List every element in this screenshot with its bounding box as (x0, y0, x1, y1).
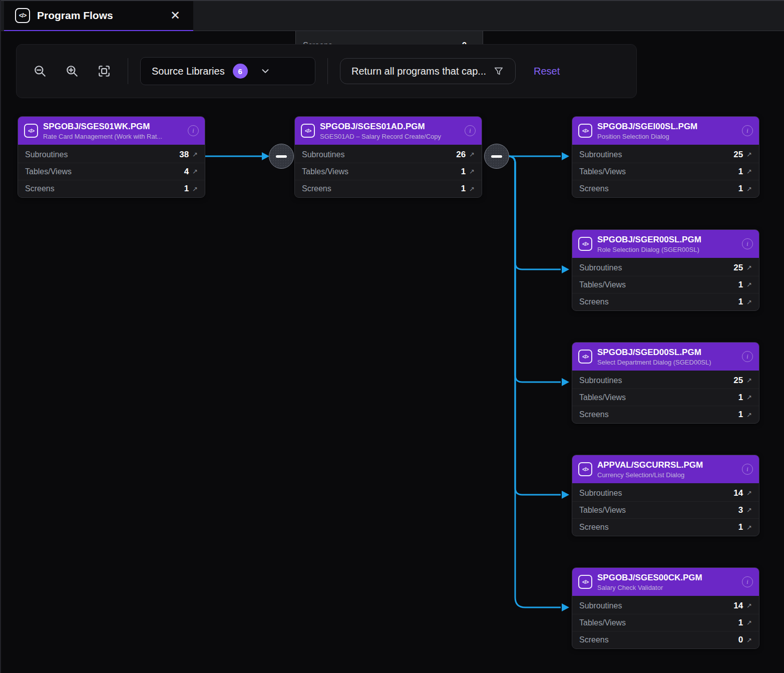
open-link-icon[interactable]: ↗ (746, 411, 752, 419)
info-icon[interactable]: i (742, 238, 753, 249)
node-subtitle: Rate Card Management (Work with Rat... (43, 133, 183, 140)
minus-icon (491, 155, 502, 158)
open-link-icon[interactable]: ↗ (192, 185, 198, 193)
reset-button[interactable]: Reset (534, 66, 560, 77)
tab-program-flows[interactable]: </> Program Flows ✕ (4, 1, 193, 31)
tab-bar: </> Program Flows ✕ (1, 0, 784, 31)
minus-icon (276, 155, 287, 158)
node-row: Tables/Views4↗ (18, 163, 205, 180)
edge-arrowhead (562, 378, 569, 386)
open-link-icon[interactable]: ↗ (192, 151, 198, 158)
info-icon[interactable]: i (742, 125, 753, 136)
open-link-icon[interactable]: ↗ (746, 394, 752, 401)
row-label: Subroutines (579, 376, 733, 385)
node-header[interactable]: </>SPGOBJ/SGER00SL.PGMRole Selection Dia… (572, 230, 759, 258)
node-titles: SPGOBJ/SGED00SL.PGMSelect Department Dia… (597, 348, 737, 366)
flow-toolbar: Source Libraries 6 Return all programs t… (16, 44, 637, 98)
info-icon[interactable]: i (465, 125, 476, 136)
node-body: Subroutines25↗Tables/Views1↗Screens1↗ (572, 145, 759, 197)
open-link-icon[interactable]: ↗ (746, 506, 752, 514)
row-label: Subroutines (579, 150, 733, 159)
row-value: 38 (179, 150, 189, 160)
code-icon: </> (578, 237, 592, 251)
row-label: Tables/Views (579, 393, 738, 402)
node-header[interactable]: </>SPGOBJ/SGED00SL.PGMSelect Department … (572, 343, 759, 371)
flow-node[interactable]: </>APPVAL/SGCURRSL.PGMCurrency Selection… (572, 455, 759, 536)
node-header[interactable]: </>APPVAL/SGCURRSL.PGMCurrency Selection… (572, 455, 759, 483)
code-icon: </> (578, 124, 592, 138)
row-value: 3 (738, 505, 743, 515)
row-label: Subroutines (25, 150, 179, 159)
row-value: 1 (738, 410, 743, 420)
row-label: Tables/Views (579, 506, 738, 515)
node-header[interactable]: </>SPGOBJ/SGES01AD.PGMSGES01AD – Salary … (295, 117, 482, 145)
node-body: Subroutines26↗Tables/Views1↗Screens1↗ (295, 145, 482, 197)
info-icon[interactable]: i (742, 576, 753, 587)
flow-node[interactable]: </>SPGOBJ/SGES00CK.PGMSalary Check Valid… (572, 567, 759, 649)
edge-arrowhead (562, 491, 569, 499)
flow-node[interactable]: </>SPGOBJ/SGED00SL.PGMSelect Department … (572, 342, 759, 424)
collapse-edge-button[interactable] (269, 144, 294, 169)
node-subtitle: Currency Selection/List Dialog (597, 471, 737, 479)
edge-arrowhead (262, 152, 269, 160)
node-header[interactable]: </>SPGOBJ/SGES00CK.PGMSalary Check Valid… (572, 568, 759, 596)
node-row: Screens1↗ (572, 180, 759, 197)
open-link-icon[interactable]: ↗ (746, 168, 752, 175)
node-titles: APPVAL/SGCURRSL.PGMCurrency Selection/Li… (597, 460, 737, 479)
row-label: Screens (579, 523, 738, 532)
open-link-icon[interactable]: ↗ (746, 185, 752, 193)
node-row: Subroutines25↗ (572, 259, 759, 276)
node-header[interactable]: </>SPGOBJ/SGES01WK.PGMRate Card Manageme… (18, 117, 205, 145)
source-libraries-select[interactable]: Source Libraries 6 (140, 57, 315, 85)
node-title: SPGOBJ/SGEI00SL.PGM (597, 122, 737, 132)
open-link-icon[interactable]: ↗ (746, 377, 752, 384)
open-link-icon[interactable]: ↗ (469, 168, 475, 175)
library-count-badge: 6 (233, 64, 248, 79)
open-link-icon[interactable]: ↗ (746, 524, 752, 531)
open-link-icon[interactable]: ↗ (746, 619, 752, 626)
open-link-icon[interactable]: ↗ (746, 602, 752, 609)
row-label: Subroutines (579, 601, 733, 610)
node-row: Tables/Views1↗ (572, 163, 759, 180)
flow-node[interactable]: </>SPGOBJ/SGEI00SL.PGMPosition Selection… (572, 116, 759, 198)
row-label: Subroutines (302, 150, 456, 159)
collapse-edge-button[interactable] (484, 144, 509, 169)
edge-line (498, 156, 561, 495)
flow-canvas[interactable]: Tables/Views 1 ↗ Screens 0 ↗ (1, 0, 784, 673)
flow-node[interactable]: </>SPGOBJ/SGES01AD.PGMSGES01AD – Salary … (294, 116, 482, 198)
row-value: 14 (733, 601, 743, 611)
info-icon[interactable]: i (188, 125, 199, 136)
row-label: Tables/Views (579, 167, 738, 176)
row-label: Tables/Views (579, 618, 738, 627)
open-link-icon[interactable]: ↗ (746, 298, 752, 306)
edge-line (498, 156, 561, 382)
node-subtitle: Salary Check Validator (597, 584, 737, 591)
flow-node[interactable]: </>SPGOBJ/SGER00SL.PGMRole Selection Dia… (572, 229, 759, 311)
open-link-icon[interactable]: ↗ (746, 151, 752, 158)
node-row: Subroutines14↗ (572, 597, 759, 614)
close-icon[interactable]: ✕ (168, 9, 182, 23)
open-link-icon[interactable]: ↗ (469, 151, 475, 158)
node-row: Tables/Views1↗ (572, 614, 759, 631)
edge-line (498, 156, 561, 269)
open-link-icon[interactable]: ↗ (746, 281, 752, 288)
fit-view-button[interactable] (93, 60, 116, 83)
info-icon[interactable]: i (742, 464, 753, 475)
row-label: Screens (579, 410, 738, 419)
row-value: 4 (184, 167, 189, 177)
zoom-out-button[interactable] (29, 60, 52, 83)
node-row: Tables/Views1↗ (295, 163, 482, 180)
zoom-in-button[interactable] (61, 60, 84, 83)
open-link-icon[interactable]: ↗ (746, 489, 752, 497)
node-header[interactable]: </>SPGOBJ/SGEI00SL.PGMPosition Selection… (572, 117, 759, 145)
query-filter-chip[interactable]: Return all programs that cap... (340, 58, 516, 84)
open-link-icon[interactable]: ↗ (192, 168, 198, 175)
flow-node[interactable]: </>SPGOBJ/SGES01WK.PGMRate Card Manageme… (18, 116, 205, 198)
open-link-icon[interactable]: ↗ (746, 264, 752, 271)
row-value: 14 (733, 488, 743, 498)
info-icon[interactable]: i (742, 351, 753, 362)
open-link-icon[interactable]: ↗ (469, 185, 475, 193)
row-value: 1 (738, 522, 743, 532)
open-link-icon[interactable]: ↗ (746, 636, 752, 644)
node-row: Screens1↗ (572, 406, 759, 423)
